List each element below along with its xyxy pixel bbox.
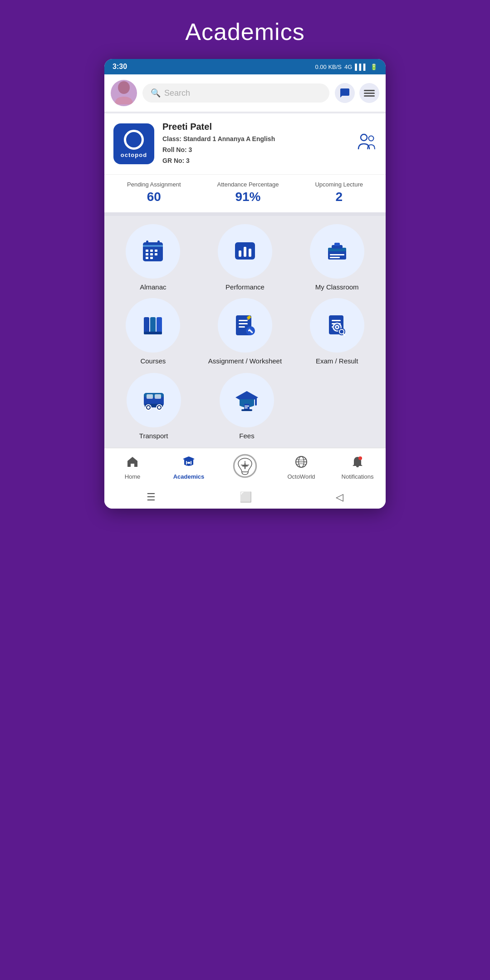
stat-lecture-value: 2 [315, 190, 363, 204]
notifications-icon [351, 456, 364, 471]
nav-item-academics[interactable]: Academics [171, 456, 207, 480]
nav-notifications-label: Notifications [342, 473, 374, 480]
hamburger-nav-icon[interactable]: ☰ [147, 491, 156, 503]
nav-home-label: Home [125, 473, 141, 480]
grid-item-transport[interactable]: Transport [111, 373, 196, 440]
nav-item-notifications[interactable]: Notifications [339, 456, 376, 480]
stat-attendance: Attendance Percentage 91% [217, 181, 279, 204]
almanac-icon-circle [126, 224, 180, 279]
svg-rect-10 [146, 250, 148, 252]
svg-rect-33 [239, 320, 248, 321]
status-bar: 3:30 0.00 KB/S 4G ▌▌▌ 🔋 [104, 59, 386, 74]
grid-item-almanac[interactable]: Almanac [111, 224, 196, 291]
search-icon: 🔍 [151, 88, 161, 98]
svg-point-59 [147, 406, 150, 409]
nav-item-octoworld[interactable]: OctoWorld [283, 456, 319, 480]
home-nav-icon[interactable]: ⬜ [240, 491, 252, 503]
class-label: Class: [162, 135, 181, 142]
svg-rect-68 [186, 461, 187, 465]
avatar[interactable] [111, 80, 137, 106]
chat-icon-button[interactable] [335, 83, 355, 103]
svg-rect-69 [191, 461, 191, 465]
roll-value: 3 [189, 146, 192, 153]
search-bar[interactable]: 🔍 Search [142, 83, 329, 103]
bottom-grid: Transport Fees [104, 373, 386, 448]
my-classroom-icon-circle [310, 224, 364, 279]
grid-item-assignment-worksheet[interactable]: Assignment / Worksheet [203, 298, 288, 365]
svg-rect-17 [150, 257, 153, 259]
performance-label: Performance [225, 283, 265, 291]
my-classroom-label: My Classroom [315, 283, 359, 291]
svg-rect-1 [364, 90, 375, 91]
divider [104, 212, 386, 216]
profile-roll: Roll No: 3 [162, 145, 348, 156]
svg-rect-27 [330, 257, 340, 258]
svg-rect-67 [245, 407, 248, 408]
menu-icon-button[interactable] [359, 83, 379, 103]
nav-academics-label: Academics [173, 473, 205, 480]
top-icons [335, 83, 379, 103]
status-time: 3:30 [113, 63, 127, 71]
academics-icon [182, 456, 195, 471]
svg-point-44 [336, 326, 338, 328]
fees-label: Fees [239, 432, 254, 440]
svg-rect-63 [255, 397, 257, 406]
transport-icon-circle [127, 373, 181, 427]
svg-point-5 [369, 136, 374, 141]
profile-info: Preeti Patel Class: Standard 1 Annanya A… [162, 122, 348, 166]
stat-attendance-label: Attendance Percentage [217, 181, 279, 188]
svg-point-0 [118, 81, 130, 94]
stat-lecture-label: Upcoming Lecture [315, 181, 363, 188]
svg-rect-21 [249, 249, 251, 257]
profile-class: Class: Standard 1 Annanya A English [162, 134, 348, 145]
exam-result-label: Exam / Result [316, 357, 358, 365]
stats-row: Pending Assignment 60 Attendance Percent… [104, 174, 386, 212]
svg-rect-34 [239, 323, 248, 324]
signal-icon: ▌▌▌ [355, 64, 368, 70]
grid-item-courses[interactable]: Courses [111, 298, 196, 365]
svg-rect-55 [147, 394, 153, 399]
nav-item-octoworld-plus[interactable] [227, 454, 263, 481]
svg-rect-20 [244, 247, 246, 257]
svg-point-80 [358, 456, 362, 460]
back-nav-icon[interactable]: ◁ [336, 491, 343, 503]
octoworld-plus-icon [233, 454, 257, 481]
svg-rect-19 [239, 250, 241, 257]
nav-item-home[interactable]: Home [114, 456, 151, 480]
search-placeholder: Search [164, 88, 190, 98]
almanac-label: Almanac [140, 283, 166, 291]
svg-rect-15 [155, 253, 157, 255]
grid-item-performance[interactable]: Performance [203, 224, 288, 291]
gr-label: GR No: [162, 157, 184, 164]
profile-gr: GR No: 3 [162, 156, 348, 167]
svg-point-4 [361, 134, 367, 141]
svg-rect-13 [146, 253, 148, 255]
status-right: 0.00 KB/S 4G ▌▌▌ 🔋 [315, 64, 377, 70]
svg-rect-66 [245, 406, 249, 407]
svg-line-51 [343, 334, 345, 335]
octoworld-icon [295, 456, 308, 471]
status-network: 4G [344, 64, 352, 70]
svg-rect-16 [146, 257, 148, 259]
grid-item-fees[interactable]: Fees [204, 373, 289, 440]
grid-item-my-classroom[interactable]: My Classroom [294, 224, 379, 291]
svg-rect-11 [150, 250, 153, 252]
roll-label: Roll No: [162, 146, 187, 153]
stat-pending-label: Pending Assignment [127, 181, 181, 188]
home-icon [126, 456, 139, 471]
svg-rect-12 [155, 250, 157, 252]
stat-attendance-value: 91% [217, 190, 279, 204]
svg-rect-56 [155, 394, 161, 399]
battery-icon: 🔋 [370, 64, 377, 70]
svg-rect-8 [146, 240, 148, 245]
bottom-nav: Home Academics [104, 448, 386, 486]
grid-item-exam-result[interactable]: Exam / Result [294, 298, 379, 365]
svg-rect-65 [241, 409, 252, 411]
svg-rect-25 [334, 243, 340, 246]
fees-icon-circle [220, 373, 274, 427]
svg-rect-31 [144, 332, 162, 334]
svg-rect-70 [187, 462, 190, 464]
svg-rect-2 [364, 93, 375, 94]
profile-section: octopod Preeti Patel Class: Standard 1 A… [104, 113, 386, 174]
top-bar: 🔍 Search [104, 74, 386, 112]
